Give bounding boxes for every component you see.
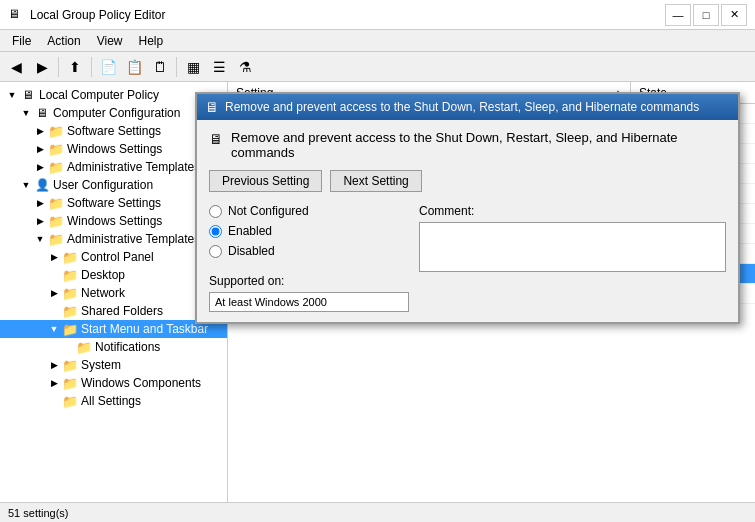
tree-item-all-settings[interactable]: 📁 All Settings — [0, 392, 227, 410]
tree-item-user-config[interactable]: ▼ 👤 User Configuration — [0, 176, 227, 194]
toolbar: ◀ ▶ ⬆ 📄 📋 🗒 ▦ ☰ ⚗ — [0, 52, 755, 82]
toggle-admin-templates-2: ▼ — [32, 234, 48, 244]
settings-dialog: 🖥 Remove and prevent access to the Shut … — [195, 92, 740, 324]
back-button[interactable]: ◀ — [4, 55, 28, 79]
label-system: System — [81, 358, 121, 372]
next-setting-button[interactable]: Next Setting — [330, 170, 421, 192]
icon-all-settings: 📁 — [62, 393, 78, 409]
icon-sw-settings-1: 📁 — [48, 123, 64, 139]
dialog-left: Not Configured Enabled Disabled Supporte… — [209, 204, 409, 312]
label-admin-templates-2: Administrative Templates — [67, 232, 200, 246]
label-user-config: User Configuration — [53, 178, 153, 192]
tree-item-start-menu[interactable]: ▼ 📁 Start Menu and Taskbar — [0, 320, 227, 338]
radio-not-configured-input[interactable] — [209, 205, 222, 218]
menu-file[interactable]: File — [4, 32, 39, 50]
label-win-settings-2: Windows Settings — [67, 214, 162, 228]
icon-sw-settings-2: 📁 — [48, 195, 64, 211]
menu-help[interactable]: Help — [131, 32, 172, 50]
label-local-policy: Local Computer Policy — [39, 88, 159, 102]
tree-item-admin-templates-1[interactable]: ▶ 📁 Administrative Templates — [0, 158, 227, 176]
radio-disabled[interactable]: Disabled — [209, 244, 409, 258]
radio-enabled-label: Enabled — [228, 224, 272, 238]
show-hide-button[interactable]: 📄 — [96, 55, 120, 79]
label-network: Network — [81, 286, 125, 300]
dialog-setting-label: 🖥 Remove and prevent access to the Shut … — [209, 130, 726, 160]
label-admin-templates-1: Administrative Templates — [67, 160, 200, 174]
toggle-sw-settings-2: ▶ — [32, 198, 48, 208]
toolbar-sep-1 — [58, 57, 59, 77]
tree-item-local-policy[interactable]: ▼ 🖥 Local Computer Policy — [0, 86, 227, 104]
toggle-notifications — [60, 342, 76, 352]
toggle-shared-folders — [46, 306, 62, 316]
tree-item-system[interactable]: ▶ 📁 System — [0, 356, 227, 374]
tree-item-network[interactable]: ▶ 📁 Network — [0, 284, 227, 302]
previous-setting-button[interactable]: Previous Setting — [209, 170, 322, 192]
tree-panel: ▼ 🖥 Local Computer Policy ▼ 🖥 Computer C… — [0, 82, 228, 502]
toggle-user-config: ▼ — [18, 180, 34, 190]
app-icon: 🖥 — [8, 7, 24, 23]
tree-item-control-panel[interactable]: ▶ 📁 Control Panel — [0, 248, 227, 266]
icon-start-menu: 📁 — [62, 321, 78, 337]
status-bar: 51 setting(s) — [0, 502, 755, 522]
label-all-settings: All Settings — [81, 394, 141, 408]
label-notifications: Notifications — [95, 340, 160, 354]
toolbar-sep-2 — [91, 57, 92, 77]
tree-item-win-components[interactable]: ▶ 📁 Windows Components — [0, 374, 227, 392]
tree-item-computer-config[interactable]: ▼ 🖥 Computer Configuration — [0, 104, 227, 122]
dialog-controls: Previous Setting Next Setting — [209, 170, 726, 192]
dialog-title-text: Remove and prevent access to the Shut Do… — [225, 100, 730, 114]
tree-item-sw-settings-2[interactable]: ▶ 📁 Software Settings — [0, 194, 227, 212]
icon-win-settings-1: 📁 — [48, 141, 64, 157]
comment-textarea[interactable] — [419, 222, 726, 272]
label-computer-config: Computer Configuration — [53, 106, 180, 120]
toggle-admin-templates-1: ▶ — [32, 162, 48, 172]
window-controls: — □ ✕ — [665, 4, 747, 26]
tree-item-win-settings-1[interactable]: ▶ 📁 Windows Settings — [0, 140, 227, 158]
supported-label: Supported on: — [209, 274, 409, 288]
dialog-content-area: Not Configured Enabled Disabled Supporte… — [209, 204, 726, 312]
menu-view[interactable]: View — [89, 32, 131, 50]
toggle-local-policy: ▼ — [4, 90, 20, 100]
radio-disabled-input[interactable] — [209, 245, 222, 258]
close-button[interactable]: ✕ — [721, 4, 747, 26]
main-area: ▼ 🖥 Local Computer Policy ▼ 🖥 Computer C… — [0, 82, 755, 502]
radio-not-configured-label: Not Configured — [228, 204, 309, 218]
comment-label: Comment: — [419, 204, 726, 218]
properties-button[interactable]: 📋 — [122, 55, 146, 79]
minimize-button[interactable]: — — [665, 4, 691, 26]
filter-button[interactable]: ⚗ — [233, 55, 257, 79]
label-sw-settings-1: Software Settings — [67, 124, 161, 138]
up-button[interactable]: ⬆ — [63, 55, 87, 79]
view1-button[interactable]: ▦ — [181, 55, 205, 79]
toggle-win-settings-1: ▶ — [32, 144, 48, 154]
supported-value: At least Windows 2000 — [209, 292, 409, 312]
menu-action[interactable]: Action — [39, 32, 88, 50]
icon-admin-templates-2: 📁 — [48, 231, 64, 247]
radio-not-configured[interactable]: Not Configured — [209, 204, 409, 218]
dialog-title-bar: 🖥 Remove and prevent access to the Shut … — [197, 94, 738, 120]
window-title: Local Group Policy Editor — [30, 8, 165, 22]
tree-item-desktop[interactable]: 📁 Desktop — [0, 266, 227, 284]
maximize-button[interactable]: □ — [693, 4, 719, 26]
tree-item-sw-settings-1[interactable]: ▶ 📁 Software Settings — [0, 122, 227, 140]
toggle-all-settings — [46, 396, 62, 406]
forward-button[interactable]: ▶ — [30, 55, 54, 79]
label-sw-settings-2: Software Settings — [67, 196, 161, 210]
icon-win-components: 📁 — [62, 375, 78, 391]
tree-item-notifications[interactable]: 📁 Notifications — [0, 338, 227, 356]
status-text: 51 setting(s) — [8, 507, 69, 519]
radio-enabled-input[interactable] — [209, 225, 222, 238]
radio-enabled[interactable]: Enabled — [209, 224, 409, 238]
tree-item-admin-templates-2[interactable]: ▼ 📁 Administrative Templates — [0, 230, 227, 248]
icon-desktop: 📁 — [62, 267, 78, 283]
label-win-components: Windows Components — [81, 376, 201, 390]
toggle-control-panel: ▶ — [46, 252, 62, 262]
toggle-start-menu: ▼ — [46, 324, 62, 334]
icon-local-policy: 🖥 — [20, 87, 36, 103]
view2-button[interactable]: ☰ — [207, 55, 231, 79]
tree-item-shared-folders[interactable]: 📁 Shared Folders — [0, 302, 227, 320]
new-window-button[interactable]: 🗒 — [148, 55, 172, 79]
dialog-right: Comment: — [419, 204, 726, 312]
dialog-body: 🖥 Remove and prevent access to the Shut … — [197, 120, 738, 322]
tree-item-win-settings-2[interactable]: ▶ 📁 Windows Settings — [0, 212, 227, 230]
